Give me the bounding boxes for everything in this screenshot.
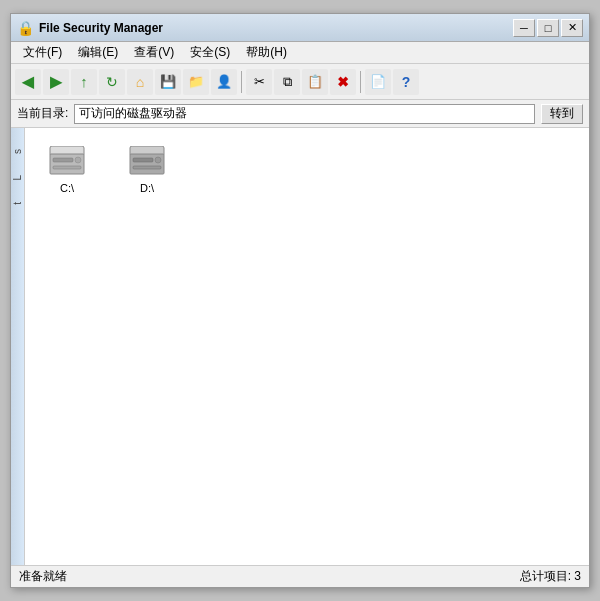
cut-button[interactable]: ✂ xyxy=(246,69,272,95)
menu-view[interactable]: 查看(V) xyxy=(126,42,182,63)
refresh-button[interactable]: ↻ xyxy=(99,69,125,95)
copy-button[interactable]: ⧉ xyxy=(274,69,300,95)
drive-c-label: C:\ xyxy=(60,182,74,194)
main-window: 🔒 File Security Manager ─ □ ✕ 文件(F) 编辑(E… xyxy=(10,13,590,588)
status-bar: 准备就绪 总计项目: 3 xyxy=(11,565,589,587)
sidebar: s L t xyxy=(11,128,25,565)
app-icon: 🔒 xyxy=(17,20,33,36)
svg-rect-7 xyxy=(133,158,153,162)
security-user-button[interactable]: 👤 xyxy=(211,69,237,95)
drive-d-icon xyxy=(128,146,166,178)
back-button[interactable]: ◀ xyxy=(15,69,41,95)
status-right: 总计项目: 3 xyxy=(520,568,581,585)
address-input[interactable] xyxy=(74,104,535,124)
status-left: 准备就绪 xyxy=(19,568,67,585)
drive-d-item[interactable]: D:\ xyxy=(117,140,177,198)
toolbar-separator-2 xyxy=(360,71,361,93)
address-bar: 当前目录: 转到 xyxy=(11,100,589,128)
main-content: s L t xyxy=(11,128,589,565)
svg-point-3 xyxy=(75,157,81,163)
sidebar-tab-l[interactable]: L xyxy=(12,174,23,181)
home-button[interactable]: ⌂ xyxy=(127,69,153,95)
window-title: File Security Manager xyxy=(39,21,513,35)
file-area: C:\ D:\ xyxy=(25,128,589,565)
drive-c-icon xyxy=(48,146,86,178)
sidebar-tab-t[interactable]: t xyxy=(12,201,23,205)
svg-rect-4 xyxy=(53,166,81,169)
svg-rect-9 xyxy=(133,166,161,169)
delete-button[interactable]: ✖ xyxy=(330,69,356,95)
menu-help[interactable]: 帮助(H) xyxy=(238,42,295,63)
drive-c-item[interactable]: C:\ xyxy=(37,140,97,198)
folder-button[interactable]: 📁 xyxy=(183,69,209,95)
sidebar-tab-s[interactable]: s xyxy=(12,148,23,154)
menu-security[interactable]: 安全(S) xyxy=(182,42,238,63)
menu-bar: 文件(F) 编辑(E) 查看(V) 安全(S) 帮助(H) xyxy=(11,42,589,64)
drive-d-label: D:\ xyxy=(140,182,154,194)
file-grid: C:\ D:\ xyxy=(37,140,577,198)
minimize-button[interactable]: ─ xyxy=(513,19,535,37)
help-button[interactable]: ? xyxy=(393,69,419,95)
menu-file[interactable]: 文件(F) xyxy=(15,42,70,63)
forward-button[interactable]: ▶ xyxy=(43,69,69,95)
drive-button[interactable]: 💾 xyxy=(155,69,181,95)
paste-button[interactable]: 📋 xyxy=(302,69,328,95)
window-controls: ─ □ ✕ xyxy=(513,19,583,37)
up-button[interactable]: ↑ xyxy=(71,69,97,95)
svg-rect-2 xyxy=(53,158,73,162)
address-label: 当前目录: xyxy=(17,105,68,122)
toolbar: ◀ ▶ ↑ ↻ ⌂ 💾 📁 👤 ✂ ⧉ 📋 xyxy=(11,64,589,100)
title-bar: 🔒 File Security Manager ─ □ ✕ xyxy=(11,14,589,42)
close-button[interactable]: ✕ xyxy=(561,19,583,37)
go-button[interactable]: 转到 xyxy=(541,104,583,124)
svg-point-8 xyxy=(155,157,161,163)
maximize-button[interactable]: □ xyxy=(537,19,559,37)
properties-button[interactable]: 📄 xyxy=(365,69,391,95)
menu-edit[interactable]: 编辑(E) xyxy=(70,42,126,63)
toolbar-separator-1 xyxy=(241,71,242,93)
